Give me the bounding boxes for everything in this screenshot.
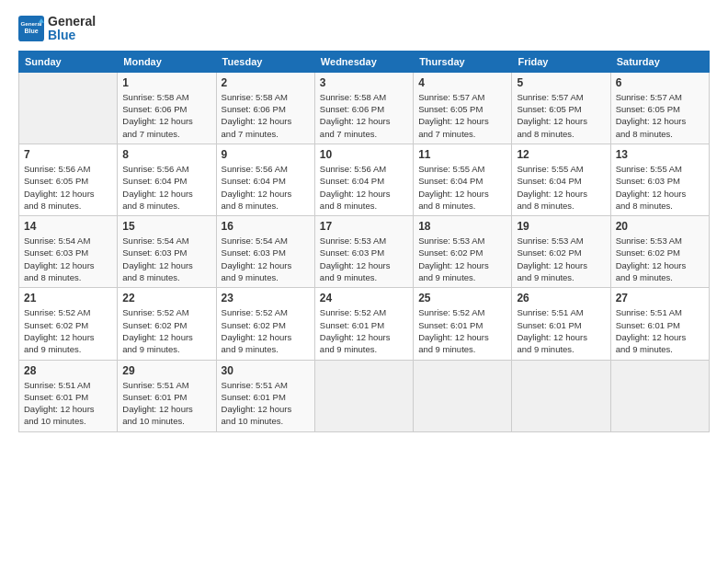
- day-number: 11: [418, 148, 506, 161]
- calendar-cell: 16Sunrise: 5:54 AM Sunset: 6:03 PM Dayli…: [216, 216, 314, 288]
- day-info: Sunrise: 5:52 AM Sunset: 6:01 PM Dayligh…: [320, 306, 408, 355]
- col-header-wednesday: Wednesday: [314, 51, 413, 72]
- day-info: Sunrise: 5:54 AM Sunset: 6:03 PM Dayligh…: [222, 235, 310, 283]
- day-number: 26: [517, 292, 605, 304]
- day-info: Sunrise: 5:53 AM Sunset: 6:02 PM Dayligh…: [517, 235, 605, 283]
- calendar-cell: 18Sunrise: 5:53 AM Sunset: 6:02 PM Dayli…: [414, 216, 512, 288]
- calendar-cell: 29Sunrise: 5:51 AM Sunset: 6:01 PM Dayli…: [118, 360, 216, 431]
- calendar-cell: 22Sunrise: 5:52 AM Sunset: 6:02 PM Dayli…: [118, 288, 216, 360]
- day-info: Sunrise: 5:52 AM Sunset: 6:02 PM Dayligh…: [122, 306, 210, 355]
- day-info: Sunrise: 5:51 AM Sunset: 6:01 PM Dayligh…: [222, 379, 310, 428]
- calendar-cell: 5Sunrise: 5:57 AM Sunset: 6:05 PM Daylig…: [512, 72, 610, 144]
- calendar-cell: [19, 72, 118, 144]
- calendar-cell: 20Sunrise: 5:53 AM Sunset: 6:02 PM Dayli…: [610, 216, 709, 288]
- day-info: Sunrise: 5:56 AM Sunset: 6:04 PM Dayligh…: [122, 163, 210, 212]
- day-number: 1: [122, 76, 210, 89]
- day-number: 25: [418, 292, 506, 304]
- day-number: 18: [418, 220, 506, 233]
- col-header-sunday: Sunday: [19, 51, 118, 72]
- col-header-monday: Monday: [118, 51, 216, 72]
- day-number: 8: [122, 148, 210, 161]
- calendar-cell: 30Sunrise: 5:51 AM Sunset: 6:01 PM Dayli…: [216, 360, 314, 431]
- day-info: Sunrise: 5:58 AM Sunset: 6:06 PM Dayligh…: [222, 91, 310, 140]
- day-info: Sunrise: 5:55 AM Sunset: 6:04 PM Dayligh…: [517, 163, 605, 212]
- day-number: 9: [222, 148, 310, 161]
- day-number: 6: [616, 76, 704, 89]
- day-number: 24: [320, 292, 408, 304]
- day-info: Sunrise: 5:54 AM Sunset: 6:03 PM Dayligh…: [122, 235, 210, 283]
- calendar-week-1: 1Sunrise: 5:58 AM Sunset: 6:06 PM Daylig…: [19, 72, 710, 144]
- day-info: Sunrise: 5:58 AM Sunset: 6:06 PM Dayligh…: [320, 91, 408, 140]
- day-info: Sunrise: 5:55 AM Sunset: 6:03 PM Dayligh…: [616, 163, 704, 212]
- day-info: Sunrise: 5:57 AM Sunset: 6:05 PM Dayligh…: [517, 91, 605, 140]
- day-info: Sunrise: 5:52 AM Sunset: 6:02 PM Dayligh…: [24, 306, 112, 355]
- day-info: Sunrise: 5:51 AM Sunset: 6:01 PM Dayligh…: [517, 306, 605, 355]
- day-number: 19: [517, 220, 605, 233]
- day-number: 10: [320, 148, 408, 161]
- day-info: Sunrise: 5:52 AM Sunset: 6:02 PM Dayligh…: [222, 306, 310, 355]
- day-info: Sunrise: 5:53 AM Sunset: 6:02 PM Dayligh…: [616, 235, 704, 283]
- logo: General Blue General Blue: [18, 15, 96, 43]
- calendar-week-3: 14Sunrise: 5:54 AM Sunset: 6:03 PM Dayli…: [19, 216, 710, 288]
- day-number: 30: [222, 364, 310, 377]
- calendar-cell: 2Sunrise: 5:58 AM Sunset: 6:06 PM Daylig…: [216, 72, 314, 144]
- calendar-cell: 1Sunrise: 5:58 AM Sunset: 6:06 PM Daylig…: [118, 72, 216, 144]
- calendar-table: SundayMondayTuesdayWednesdayThursdayFrid…: [18, 51, 710, 432]
- calendar-cell: 28Sunrise: 5:51 AM Sunset: 6:01 PM Dayli…: [19, 360, 118, 431]
- day-number: 28: [24, 364, 112, 377]
- calendar-cell: 11Sunrise: 5:55 AM Sunset: 6:04 PM Dayli…: [414, 144, 512, 215]
- day-number: 15: [122, 220, 210, 233]
- day-info: Sunrise: 5:54 AM Sunset: 6:03 PM Dayligh…: [24, 235, 112, 283]
- day-number: 22: [122, 292, 210, 304]
- logo-text-general: General: [48, 15, 96, 29]
- day-info: Sunrise: 5:58 AM Sunset: 6:06 PM Dayligh…: [122, 91, 210, 140]
- calendar-cell: 3Sunrise: 5:58 AM Sunset: 6:06 PM Daylig…: [314, 72, 413, 144]
- calendar-cell: 9Sunrise: 5:56 AM Sunset: 6:04 PM Daylig…: [216, 144, 314, 215]
- calendar-cell: 24Sunrise: 5:52 AM Sunset: 6:01 PM Dayli…: [314, 288, 413, 360]
- day-number: 21: [24, 292, 112, 304]
- calendar-cell: 4Sunrise: 5:57 AM Sunset: 6:05 PM Daylig…: [414, 72, 512, 144]
- day-number: 20: [616, 220, 704, 233]
- day-info: Sunrise: 5:55 AM Sunset: 6:04 PM Dayligh…: [418, 163, 506, 212]
- day-info: Sunrise: 5:56 AM Sunset: 6:05 PM Dayligh…: [24, 163, 112, 212]
- calendar-cell: 8Sunrise: 5:56 AM Sunset: 6:04 PM Daylig…: [118, 144, 216, 215]
- calendar-week-4: 21Sunrise: 5:52 AM Sunset: 6:02 PM Dayli…: [19, 288, 710, 360]
- calendar-cell: 27Sunrise: 5:51 AM Sunset: 6:01 PM Dayli…: [610, 288, 709, 360]
- day-info: Sunrise: 5:51 AM Sunset: 6:01 PM Dayligh…: [616, 306, 704, 355]
- calendar-cell: 21Sunrise: 5:52 AM Sunset: 6:02 PM Dayli…: [19, 288, 118, 360]
- calendar-cell: 17Sunrise: 5:53 AM Sunset: 6:03 PM Dayli…: [314, 216, 413, 288]
- svg-text:Blue: Blue: [24, 28, 38, 34]
- day-number: 7: [24, 148, 112, 161]
- calendar-cell: 12Sunrise: 5:55 AM Sunset: 6:04 PM Dayli…: [512, 144, 610, 215]
- day-info: Sunrise: 5:53 AM Sunset: 6:03 PM Dayligh…: [320, 235, 408, 283]
- col-header-thursday: Thursday: [414, 51, 512, 72]
- day-number: 13: [616, 148, 704, 161]
- svg-text:General: General: [20, 20, 41, 27]
- day-info: Sunrise: 5:56 AM Sunset: 6:04 PM Dayligh…: [320, 163, 408, 212]
- calendar-week-2: 7Sunrise: 5:56 AM Sunset: 6:05 PM Daylig…: [19, 144, 710, 215]
- day-info: Sunrise: 5:52 AM Sunset: 6:01 PM Dayligh…: [418, 306, 506, 355]
- calendar-cell: 7Sunrise: 5:56 AM Sunset: 6:05 PM Daylig…: [19, 144, 118, 215]
- logo-text-blue: Blue: [48, 29, 96, 42]
- calendar-cell: 13Sunrise: 5:55 AM Sunset: 6:03 PM Dayli…: [610, 144, 709, 215]
- calendar-cell: 25Sunrise: 5:52 AM Sunset: 6:01 PM Dayli…: [414, 288, 512, 360]
- calendar-cell: [610, 360, 709, 431]
- day-number: 16: [222, 220, 310, 233]
- calendar-cell: [314, 360, 413, 431]
- calendar-cell: 10Sunrise: 5:56 AM Sunset: 6:04 PM Dayli…: [314, 144, 413, 215]
- day-info: Sunrise: 5:51 AM Sunset: 6:01 PM Dayligh…: [122, 379, 210, 428]
- day-number: 3: [320, 76, 408, 89]
- day-info: Sunrise: 5:56 AM Sunset: 6:04 PM Dayligh…: [222, 163, 310, 212]
- day-info: Sunrise: 5:57 AM Sunset: 6:05 PM Dayligh…: [616, 91, 704, 140]
- calendar-cell: 26Sunrise: 5:51 AM Sunset: 6:01 PM Dayli…: [512, 288, 610, 360]
- day-number: 4: [418, 76, 506, 89]
- day-number: 14: [24, 220, 112, 233]
- calendar-week-5: 28Sunrise: 5:51 AM Sunset: 6:01 PM Dayli…: [19, 360, 710, 431]
- logo-icon: General Blue: [18, 16, 44, 41]
- day-info: Sunrise: 5:51 AM Sunset: 6:01 PM Dayligh…: [24, 379, 112, 428]
- calendar-cell: 6Sunrise: 5:57 AM Sunset: 6:05 PM Daylig…: [610, 72, 709, 144]
- day-number: 27: [616, 292, 704, 304]
- calendar-cell: [512, 360, 610, 431]
- col-header-saturday: Saturday: [610, 51, 709, 72]
- day-number: 17: [320, 220, 408, 233]
